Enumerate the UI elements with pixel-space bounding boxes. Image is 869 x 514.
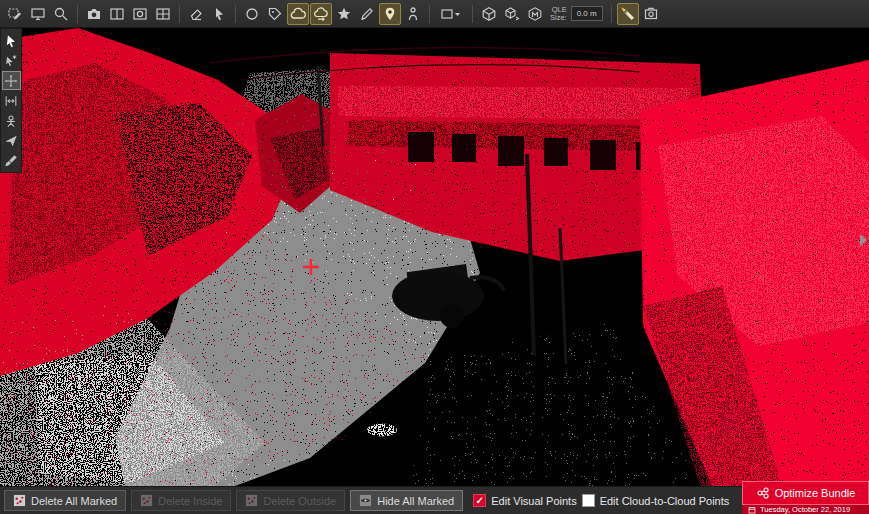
top-toolbar: QLE Size: 0.0 m [0,0,869,28]
check-glyph: ✓ [476,496,484,506]
marked-points-icon [140,494,153,507]
toolbar-separator [77,5,78,23]
cursor-select-button[interactable] [208,3,230,25]
delete-inside-label: Delete Inside [158,495,222,507]
mark-edit-icon [7,6,23,22]
hide-all-marked-button[interactable]: Hide All Marked [350,490,463,511]
toolbar-separator [611,5,612,23]
bubble-view-button[interactable] [129,3,151,25]
optimize-bundle-label: Optimize Bundle [775,487,856,499]
delete-outside-label: Delete Outside [263,495,336,507]
tag-mark-icon [267,6,283,22]
flashlight-icon [620,6,636,22]
cloud-mark-button[interactable] [287,3,309,25]
toolbar-separator [179,5,180,23]
cube-view-button[interactable] [478,3,500,25]
view-layout-dropdown-button[interactable] [435,3,467,25]
tag-mark-button[interactable] [264,3,286,25]
eraser-button[interactable] [185,3,207,25]
panel-expand-chevron[interactable] [860,234,867,246]
pan-crosshair-button[interactable] [2,71,21,90]
pen-mark-button[interactable] [356,3,378,25]
cube-link-button[interactable] [501,3,523,25]
qle-size-control: QLE Size: 0.0 m [550,6,603,22]
cube-m-icon [527,6,543,22]
paper-plane-icon [4,134,18,148]
delete-outside-button[interactable]: Delete Outside [236,490,345,511]
measure-icon [4,94,18,108]
point-cloud-scene [0,28,869,486]
hide-all-marked-label: Hide All Marked [377,495,454,507]
pin-mark-button[interactable] [379,3,401,25]
cube-icon [481,6,497,22]
delete-all-marked-button[interactable]: Delete All Marked [4,490,126,511]
paint-select-button[interactable] [2,151,21,170]
edit-cloud-to-cloud-checkbox[interactable]: Edit Cloud-to-Cloud Points [582,494,730,507]
pin-icon [382,6,398,22]
toolbar-separator [235,5,236,23]
person-icon [405,6,421,22]
hide-marked-icon [359,494,372,507]
split-view-button[interactable] [106,3,128,25]
measure-distance-button[interactable] [2,91,21,110]
screen-icon [30,6,46,22]
qle-size-label: QLE Size: [550,6,567,22]
checkbox-checked-icon[interactable]: ✓ [473,494,486,507]
optimize-date-row: Tuesday, October 22, 2019 [742,505,869,514]
person-rotate-button[interactable] [402,3,424,25]
camera-icon [86,6,102,22]
cloud-sync-icon [313,6,329,22]
bundle-icon [756,486,770,500]
cube-link-icon [504,6,520,22]
quad-view-icon [155,6,171,22]
optimize-panel: Optimize Bundle Tuesday, October 22, 201… [742,481,869,514]
quad-view-button[interactable] [152,3,174,25]
paint-brush-icon [4,154,18,168]
cloud-icon [290,6,306,22]
checkbox-unchecked-icon[interactable] [582,494,595,507]
marked-points-icon [245,494,258,507]
optimize-bundle-button[interactable]: Optimize Bundle [742,481,869,505]
cube-measure-button[interactable] [524,3,546,25]
circle-mark-button[interactable] [241,3,263,25]
mark-edit-tool-button[interactable] [4,3,26,25]
cursor-icon [211,6,227,22]
flashlight-button[interactable] [617,3,639,25]
optimize-date-text: Tuesday, October 22, 2019 [760,505,850,514]
delete-all-marked-label: Delete All Marked [31,495,117,507]
circle-mark-icon [244,6,260,22]
eraser-icon [188,6,204,22]
zoom-region-button[interactable] [50,3,72,25]
delete-inside-button[interactable]: Delete Inside [131,490,231,511]
toolbar-separator [472,5,473,23]
pen-icon [359,6,375,22]
crosshair-icon [4,74,18,88]
select-points-button[interactable] [2,51,21,70]
viewport-3d[interactable] [0,28,869,486]
star-icon [336,6,352,22]
star-mark-button[interactable] [333,3,355,25]
edit-cloud-to-cloud-label: Edit Cloud-to-Cloud Points [600,495,730,507]
capture-view-button[interactable] [640,3,662,25]
bubble-view-icon [132,6,148,22]
viewpoint-person-icon [4,114,18,128]
marked-points-icon [13,494,26,507]
split-view-icon [109,6,125,22]
pointer-icon [4,34,18,48]
fly-navigate-button[interactable] [2,131,21,150]
edit-visual-points-checkbox[interactable]: ✓ Edit Visual Points [473,494,576,507]
layout-dropdown-icon [440,6,462,22]
toolbar-separator [429,5,430,23]
edit-visual-points-label: Edit Visual Points [491,495,576,507]
screen-view-button[interactable] [27,3,49,25]
select-pointer-button[interactable] [2,31,21,50]
left-tool-palette [0,28,22,173]
bottom-toolbar: Delete All Marked Delete Inside Delete O… [0,486,869,514]
qle-size-value[interactable]: 0.0 m [571,6,603,21]
calendar-icon [748,506,756,514]
pointer-star-icon [4,54,18,68]
viewpoint-button[interactable] [2,111,21,130]
camera-button[interactable] [83,3,105,25]
capture-icon [643,6,659,22]
cloud-to-cloud-button[interactable] [310,3,332,25]
